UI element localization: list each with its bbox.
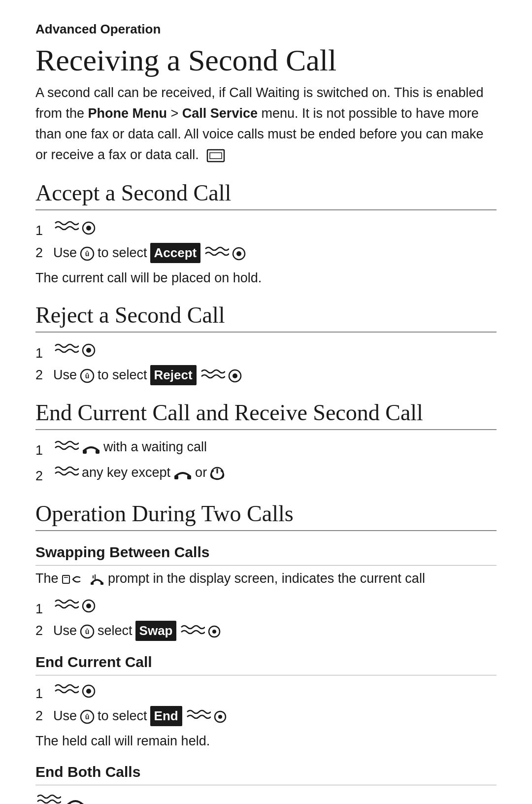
nav-icon-3: û — [80, 621, 95, 641]
step-2-end-current: 2 Use û to select End — [35, 706, 497, 726]
step-content: Use û to select End — [53, 706, 227, 726]
step-1-reject: 1 — [35, 339, 497, 363]
svg-point-37 — [218, 715, 222, 719]
divider-reject — [35, 332, 497, 333]
svg-point-3 — [86, 226, 91, 231]
step-content: Use û to select Reject — [53, 365, 242, 385]
menu-icon-5 — [53, 439, 79, 455]
svg-rect-16 — [174, 475, 178, 479]
advanced-operation-label: Advanced Operation — [35, 20, 497, 39]
steps-end-current: 1 2 Use — [35, 680, 497, 726]
svg-rect-17 — [187, 475, 191, 479]
steps-reject: 1 2 Use — [35, 339, 497, 385]
svg-rect-20 — [63, 575, 69, 583]
step-1-end-current: 1 — [35, 680, 497, 704]
step-content — [53, 217, 96, 237]
steps-end-both — [35, 790, 497, 804]
step-1-accept: 1 — [35, 217, 497, 241]
svg-point-27 — [86, 603, 91, 608]
divider-operation — [35, 530, 497, 531]
step-number: 1 — [35, 599, 53, 619]
note-end-current: The held call will remain held. — [35, 731, 497, 751]
step-number: 1 — [35, 440, 53, 461]
title-reject-second-call: Reject a Second Call — [35, 302, 497, 329]
subtitle-end-both: End Both Calls — [35, 761, 497, 785]
step-number: 1 — [35, 684, 53, 704]
step-number: 1 — [35, 343, 53, 364]
circle-button-icon — [82, 217, 96, 237]
step-content — [53, 339, 96, 360]
divider-end-receive — [35, 429, 497, 430]
menu-icon-9 — [53, 682, 79, 698]
svg-point-9 — [86, 348, 91, 353]
svg-text:û: û — [85, 713, 90, 721]
subtitle-end-current: End Current Call — [35, 651, 497, 675]
circle-button-icon-8 — [214, 706, 227, 726]
svg-text:û: û — [85, 372, 90, 380]
note-accept: The current call will be placed on hold. — [35, 268, 497, 288]
divider-accept — [35, 209, 497, 210]
step-content — [53, 595, 96, 615]
accept-label: Accept — [150, 243, 201, 263]
menu-icon-3 — [53, 342, 79, 358]
step-number: 2 — [35, 621, 53, 641]
title-end-current-receive: End Current Call and Receive Second Call — [35, 399, 497, 426]
nav-icon-2: û — [80, 365, 95, 385]
phone-hold-icon — [90, 571, 108, 586]
svg-text:û: û — [85, 250, 90, 258]
subtitle-swapping: Swapping Between Calls — [35, 541, 497, 566]
svg-rect-1 — [210, 153, 222, 159]
step-1-end-receive: 1 with a waiting call — [35, 437, 497, 461]
svg-rect-23 — [100, 582, 103, 585]
circle-button-icon-7 — [82, 680, 96, 701]
svg-point-7 — [236, 251, 241, 256]
steps-accept: 1 2 Use — [35, 217, 497, 263]
step-content: Use û select Swap — [53, 621, 221, 641]
circle-button-icon-5 — [82, 595, 96, 615]
title-receiving-second-call: Receiving a Second Call — [35, 43, 497, 78]
end-label: End — [150, 706, 182, 726]
menu-icon-2 — [203, 245, 229, 261]
section-operation-during: Operation During Two Calls Swapping Betw… — [35, 500, 497, 804]
step-content — [53, 680, 96, 701]
section-end-current-receive: End Current Call and Receive Second Call… — [35, 399, 497, 486]
menu-icon-6 — [53, 465, 79, 480]
circle-button-icon-4 — [228, 365, 242, 385]
menu-icon-10 — [185, 708, 211, 724]
circle-button-icon-3 — [82, 339, 96, 360]
section-reject-second-call: Reject a Second Call 1 2 Use — [35, 302, 497, 385]
menu-icon-7 — [53, 598, 79, 613]
step-number: 2 — [35, 243, 53, 263]
svg-rect-15 — [96, 450, 100, 454]
step-2-swapping: 2 Use û select Swap — [35, 621, 497, 641]
step-content: with a waiting call — [53, 437, 207, 457]
title-operation-during: Operation During Two Calls — [35, 500, 497, 527]
body-receiving-second-call: A second call can be received, if Call W… — [35, 83, 497, 165]
menu-icon-8 — [179, 623, 205, 639]
step-1-swapping: 1 — [35, 595, 497, 619]
step-2-end-receive: 2 any key except or — [35, 463, 497, 486]
step-2-accept: 2 Use û to select Accept — [35, 243, 497, 263]
nav-icon-4: û — [80, 706, 95, 726]
steps-swapping: 1 2 Use — [35, 595, 497, 641]
steps-end-receive: 1 with a waiting call 2 — [35, 437, 497, 486]
endcall-icon-2 — [173, 463, 192, 483]
power-icon — [210, 463, 225, 483]
svg-point-13 — [233, 373, 237, 378]
step-content: any key except or — [53, 463, 225, 483]
svg-point-31 — [212, 630, 216, 634]
section-accept-second-call: Accept a Second Call 1 2 — [35, 179, 497, 288]
circle-button-icon-2 — [232, 243, 246, 263]
step-number: 2 — [35, 706, 53, 726]
endcall-icon — [82, 437, 100, 457]
nav-icon: û — [80, 243, 95, 263]
reject-label: Reject — [150, 365, 197, 385]
endcall-icon-3 — [66, 790, 85, 804]
step-number: 2 — [35, 466, 53, 486]
section-receiving-second-call: Receiving a Second Call A second call ca… — [35, 43, 497, 166]
menu-icon-4 — [200, 368, 225, 383]
swap-label: Swap — [135, 621, 177, 641]
step-2-reject: 2 Use û to select Reject — [35, 365, 497, 385]
swapping-note: The prompt in the display screen, indica… — [35, 569, 497, 589]
svg-rect-14 — [83, 450, 87, 454]
